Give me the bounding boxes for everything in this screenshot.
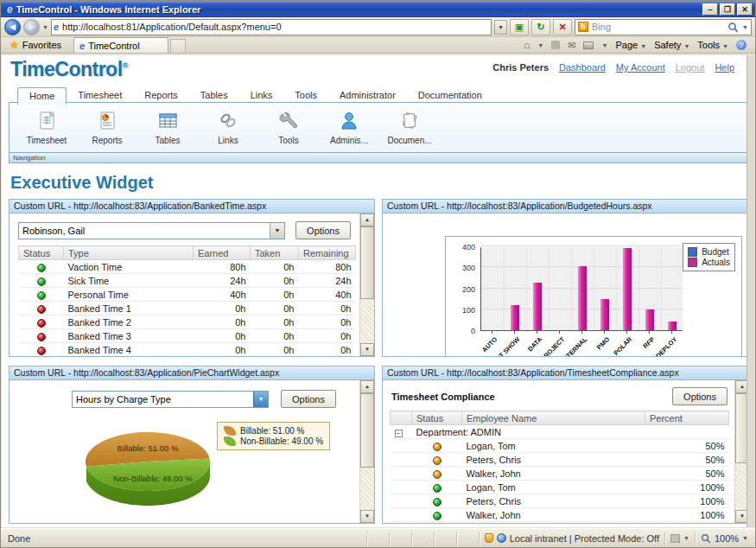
- scroll-thumb[interactable]: [735, 393, 746, 463]
- scroll-up-icon[interactable]: ▲: [735, 380, 746, 393]
- search-input[interactable]: b Bing ▼: [575, 19, 752, 35]
- table-row[interactable]: Personal Time40h0h40h: [19, 288, 356, 302]
- user-link-dashboard[interactable]: Dashboard: [559, 62, 606, 73]
- toolbar-item-links[interactable]: Links: [205, 108, 251, 145]
- bar-data: [533, 283, 542, 330]
- history-dropdown-icon[interactable]: ▼: [42, 24, 48, 30]
- user-link-my-account[interactable]: My Account: [616, 62, 665, 73]
- zoom-control[interactable]: 100% ▼: [695, 532, 755, 545]
- taken-cell: 0h: [251, 302, 299, 315]
- table-row[interactable]: Sick Time24h0h24h: [19, 274, 356, 288]
- tab-tables[interactable]: Tables: [189, 87, 239, 104]
- chart-type-select-arrow-icon[interactable]: ▼: [253, 392, 268, 407]
- status-cell: [19, 315, 64, 329]
- toolbar-item-tools[interactable]: Tools: [265, 108, 312, 145]
- browser-tab-timecontrol[interactable]: e TimeControl: [73, 37, 168, 53]
- toolbar-item-adminis[interactable]: Adminis...: [326, 108, 372, 145]
- legend-swatch: [688, 247, 697, 257]
- search-options-icon[interactable]: ▼: [742, 24, 748, 30]
- window-titlebar: e TimeControl - Windows Internet Explore…: [1, 1, 755, 17]
- table-row[interactable]: Walker, John100%: [391, 508, 729, 522]
- close-button[interactable]: ✕: [737, 3, 753, 16]
- user-link-logout[interactable]: Logout: [676, 62, 705, 73]
- tab-links[interactable]: Links: [239, 87, 284, 104]
- table-row[interactable]: Logan, Tom50%: [391, 439, 729, 453]
- tools-menu[interactable]: Tools ▼: [697, 40, 728, 50]
- favorites-label: Favorites: [22, 40, 61, 50]
- scroll-thumb[interactable]: [360, 226, 374, 299]
- tab-home[interactable]: Home: [17, 87, 67, 105]
- scroll-up-icon[interactable]: ▲: [360, 213, 374, 226]
- toolbar-item-reports[interactable]: Reports: [84, 108, 130, 145]
- view-mode-cell[interactable]: ▼: [664, 532, 695, 545]
- table-row[interactable]: Banked Time 40h0h0h: [19, 343, 356, 357]
- table-row[interactable]: Walker, John50%: [391, 467, 729, 481]
- intranet-globe-icon: [497, 533, 506, 543]
- employee-select[interactable]: Robinson, Gail ▼: [18, 222, 285, 239]
- bar-boat-show: [511, 305, 519, 330]
- print-dropdown-icon[interactable]: ▼: [601, 42, 607, 48]
- toolbar-item-documen[interactable]: Documen...: [386, 108, 433, 145]
- chart-type-select[interactable]: Hours by Charge Type ▼: [72, 391, 269, 408]
- group-row[interactable]: −Department: ADMIN: [391, 425, 729, 439]
- compliance-scrollbar[interactable]: ▲ ▼: [734, 380, 746, 523]
- feeds-icon[interactable]: [551, 41, 560, 49]
- compliance-options-button[interactable]: Options: [672, 387, 727, 405]
- employee-select-arrow-icon[interactable]: ▼: [270, 223, 284, 239]
- page-scrollbar-track[interactable]: [746, 55, 754, 527]
- table-row[interactable]: Vaction Time80h0h80h: [19, 260, 356, 274]
- table-row[interactable]: Peters, Chris100%: [391, 494, 729, 508]
- table-row[interactable]: Banked Time 10h0h0h: [19, 302, 356, 315]
- pie-legend: Billable: 51.00 %Non-Billable: 49.00 %: [217, 422, 330, 450]
- favorites-button[interactable]: ★ Favorites: [4, 37, 67, 53]
- safety-menu[interactable]: Safety ▼: [654, 40, 689, 50]
- scroll-up-icon[interactable]: ▲: [360, 380, 374, 393]
- home-dropdown-icon[interactable]: ▼: [537, 42, 543, 48]
- table-row[interactable]: Banked Time 20h0h0h: [19, 315, 356, 329]
- scroll-down-icon[interactable]: ▼: [735, 510, 746, 523]
- search-icon[interactable]: [727, 22, 739, 33]
- page-title: Executive Widget: [10, 173, 153, 193]
- y-tick-label: 200: [453, 285, 475, 294]
- back-button[interactable]: ◄: [4, 19, 21, 35]
- address-input[interactable]: e http://localhost:81/Application/Defaul…: [51, 19, 492, 35]
- user-link-help[interactable]: Help: [715, 62, 734, 73]
- pie-options-button[interactable]: Options: [281, 390, 336, 408]
- status-cell: [412, 439, 462, 453]
- new-tab-button[interactable]: [170, 39, 186, 53]
- print-icon[interactable]: [583, 41, 594, 49]
- minimize-button[interactable]: –: [702, 3, 718, 16]
- banked-scrollbar[interactable]: ▲ ▼: [359, 213, 374, 356]
- toolbar-item-tables[interactable]: Tables: [144, 108, 191, 145]
- table-row[interactable]: Peters, Chris50%: [391, 453, 729, 467]
- tab-administrator[interactable]: Administrator: [328, 87, 407, 104]
- scroll-thumb[interactable]: [360, 393, 374, 468]
- refresh-button[interactable]: ↻: [531, 19, 550, 35]
- tab-documentation[interactable]: Documentation: [407, 87, 493, 104]
- banked-options-button[interactable]: Options: [295, 221, 351, 239]
- table-row[interactable]: Logan, Tom100%: [391, 481, 729, 494]
- tab-timesheet[interactable]: Timesheet: [67, 87, 133, 104]
- toolbar-item-timesheet[interactable]: Timesheet: [23, 108, 70, 145]
- collapse-icon[interactable]: −: [395, 430, 403, 437]
- tab-reports[interactable]: Reports: [133, 87, 189, 104]
- read-mail-icon[interactable]: ✉: [568, 40, 575, 51]
- forward-button[interactable]: ►: [23, 19, 40, 35]
- table-row[interactable]: Banked Time 30h0h0h: [19, 329, 356, 343]
- legend-label: Actuals: [702, 258, 730, 267]
- bar-pmo: [600, 299, 609, 330]
- page-menu[interactable]: Page ▼: [615, 40, 646, 50]
- toolbar-item-label: Timesheet: [23, 136, 70, 145]
- help-icon[interactable]: ?: [736, 40, 746, 50]
- group-expander-cell[interactable]: −: [391, 425, 412, 439]
- tab-tools[interactable]: Tools: [283, 87, 328, 104]
- earned-cell: 80h: [194, 260, 251, 274]
- scroll-down-icon[interactable]: ▼: [360, 343, 374, 356]
- compatibility-view-button[interactable]: ▣: [510, 19, 529, 35]
- address-dropdown-icon[interactable]: ▼: [494, 20, 507, 35]
- stop-button[interactable]: ✕: [553, 19, 572, 35]
- scroll-down-icon[interactable]: ▼: [360, 510, 374, 523]
- home-icon[interactable]: ⌂: [524, 39, 530, 51]
- restore-button[interactable]: ❐: [720, 3, 735, 16]
- pie-scrollbar[interactable]: ▲ ▼: [359, 380, 374, 523]
